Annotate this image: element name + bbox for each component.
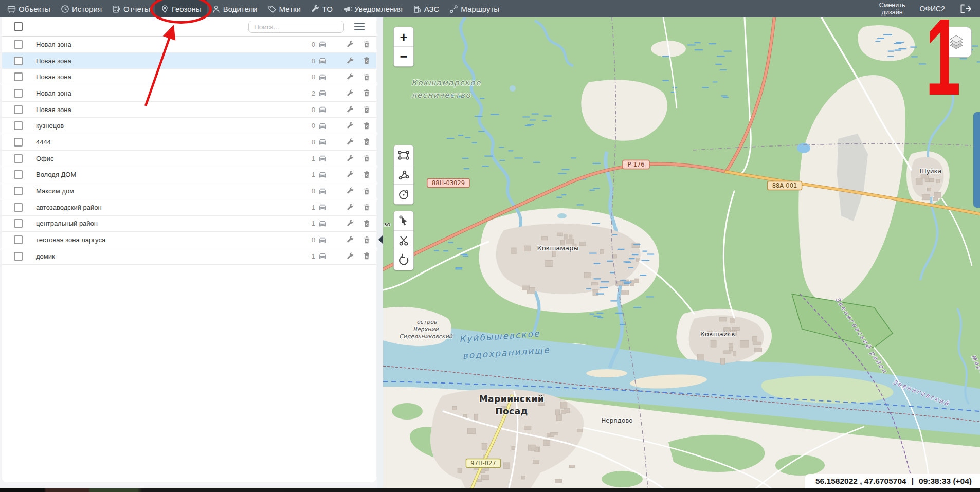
car-icon bbox=[315, 89, 328, 97]
row-checkbox[interactable] bbox=[14, 121, 23, 130]
geozones-list-card: Новая зона0Новая зона0Новая зона0Новая з… bbox=[2, 17, 376, 482]
account-label[interactable]: ОФИС2 bbox=[920, 5, 946, 13]
nav-item-6[interactable]: Метки bbox=[263, 0, 306, 17]
vehicle-count: 0 bbox=[308, 187, 315, 195]
geozone-row[interactable]: Володя ДОМ1 bbox=[2, 167, 376, 184]
bottom-edge-strip bbox=[0, 488, 980, 492]
row-checkbox[interactable] bbox=[14, 138, 23, 147]
sidebar-collapse-arrow[interactable] bbox=[378, 235, 383, 244]
trash-icon[interactable] bbox=[354, 138, 370, 146]
trash-icon[interactable] bbox=[354, 187, 370, 195]
cut-geometry-icon[interactable] bbox=[394, 231, 413, 250]
logout-icon[interactable] bbox=[959, 4, 972, 14]
menu-icon[interactable] bbox=[354, 22, 365, 31]
geozone-row[interactable]: Новая зона0 bbox=[2, 53, 376, 69]
geozone-row[interactable]: 44440 bbox=[2, 134, 376, 151]
row-checkbox[interactable] bbox=[14, 72, 23, 81]
trash-icon[interactable] bbox=[354, 105, 370, 114]
rotate-undo-icon[interactable] bbox=[394, 250, 413, 270]
nav-item-8[interactable]: Уведомления bbox=[338, 0, 408, 17]
wrench-icon[interactable] bbox=[328, 252, 354, 260]
geozone-row[interactable]: Новая зона0 bbox=[2, 102, 376, 118]
draw-rectangle-icon[interactable] bbox=[394, 145, 413, 165]
wrench-icon[interactable] bbox=[328, 155, 354, 162]
wrench-icon[interactable] bbox=[328, 187, 354, 195]
trash-icon[interactable] bbox=[354, 220, 370, 228]
nav-item-label: Водители bbox=[223, 5, 258, 13]
nav-item-5[interactable]: Водители bbox=[207, 0, 263, 17]
car-icon bbox=[315, 204, 328, 211]
trash-icon[interactable] bbox=[354, 40, 370, 48]
trash-icon[interactable] bbox=[354, 89, 370, 97]
nav-item-4[interactable]: Геозоны bbox=[155, 0, 207, 17]
layers-icon[interactable] bbox=[941, 27, 972, 58]
geozone-row[interactable]: Новая зона0 bbox=[2, 37, 376, 53]
map-canvas[interactable]: Р-17688Н-0302988А-00197Н-027 Кокшамарско… bbox=[383, 17, 980, 488]
row-checkbox[interactable] bbox=[14, 203, 23, 212]
row-checkbox[interactable] bbox=[14, 252, 23, 261]
trash-icon[interactable] bbox=[354, 203, 370, 211]
map-building bbox=[482, 443, 487, 450]
nav-item-2[interactable]: История bbox=[56, 0, 107, 17]
draw-polygon-icon[interactable] bbox=[394, 165, 413, 185]
zoom-in-button[interactable]: + bbox=[394, 27, 413, 47]
nav-item-1[interactable]: Объекты bbox=[2, 0, 56, 17]
vertical-scrollbar-thumb[interactable] bbox=[973, 112, 980, 208]
wrench-icon[interactable] bbox=[328, 89, 354, 97]
svg-text:88А-001: 88А-001 bbox=[772, 182, 797, 189]
search-input[interactable] bbox=[248, 21, 344, 33]
map-building bbox=[541, 236, 548, 240]
trash-icon[interactable] bbox=[354, 236, 370, 244]
row-checkbox[interactable] bbox=[14, 219, 23, 228]
map-label: Кокшамарское bbox=[411, 78, 481, 87]
wrench-icon[interactable] bbox=[328, 138, 354, 146]
trash-icon[interactable] bbox=[354, 171, 370, 179]
geozone-row[interactable]: центральный район1 bbox=[2, 216, 376, 232]
geozone-row[interactable]: автозаводский район1 bbox=[2, 199, 376, 216]
geozone-row[interactable]: Новая зона2 bbox=[2, 85, 376, 102]
change-design-button[interactable]: Сменить дизайн bbox=[879, 2, 905, 16]
row-checkbox[interactable] bbox=[14, 40, 23, 49]
trash-icon[interactable] bbox=[354, 122, 370, 130]
row-checkbox[interactable] bbox=[14, 154, 23, 163]
car-icon bbox=[315, 171, 328, 178]
row-checkbox[interactable] bbox=[14, 89, 23, 98]
wrench-icon[interactable] bbox=[328, 171, 354, 178]
trash-icon[interactable] bbox=[354, 73, 370, 81]
geozone-row[interactable]: Новая зона0 bbox=[2, 69, 376, 85]
wrench-icon[interactable] bbox=[328, 236, 354, 244]
wrench-icon[interactable] bbox=[328, 57, 354, 65]
row-checkbox[interactable] bbox=[14, 57, 23, 65]
row-checkbox[interactable] bbox=[14, 105, 23, 114]
wrench-icon[interactable] bbox=[328, 41, 354, 48]
row-checkbox[interactable] bbox=[14, 187, 23, 195]
geozone-row[interactable]: домик1 bbox=[2, 248, 376, 265]
row-checkbox[interactable] bbox=[14, 170, 23, 179]
select-all-checkbox[interactable] bbox=[14, 22, 23, 31]
trash-icon[interactable] bbox=[354, 154, 370, 162]
edit-geometry-icon[interactable] bbox=[394, 211, 413, 231]
nav-item-7[interactable]: ТО bbox=[306, 0, 338, 17]
nav-item-3[interactable]: Отчеты bbox=[107, 0, 155, 17]
map-building bbox=[922, 195, 930, 200]
geozone-row[interactable]: Максим дом0 bbox=[2, 183, 376, 199]
nav-item-10[interactable]: Маршруты bbox=[444, 0, 504, 17]
row-checkbox[interactable] bbox=[14, 235, 23, 244]
clock: 09:38:33 (+04) bbox=[919, 477, 972, 486]
map-building bbox=[533, 460, 539, 464]
wrench-icon[interactable] bbox=[328, 204, 354, 211]
geozone-row[interactable]: Офис1 bbox=[2, 151, 376, 167]
geozone-row[interactable]: тестовая зона ларгуса0 bbox=[2, 232, 376, 248]
nav-item-9[interactable]: АЗС bbox=[408, 0, 445, 17]
wrench-icon[interactable] bbox=[328, 73, 354, 81]
map-building bbox=[512, 446, 516, 449]
trash-icon[interactable] bbox=[354, 57, 370, 65]
zoom-out-button[interactable]: − bbox=[394, 47, 413, 66]
wrench-icon[interactable] bbox=[328, 106, 354, 114]
geozone-row[interactable]: кузнецов0 bbox=[2, 118, 376, 134]
draw-circle-icon[interactable] bbox=[394, 185, 413, 204]
wrench-icon[interactable] bbox=[328, 220, 354, 227]
trash-icon[interactable] bbox=[354, 252, 370, 260]
map[interactable]: Р-17688Н-0302988А-00197Н-027 Кокшамарско… bbox=[383, 17, 980, 488]
wrench-icon[interactable] bbox=[328, 122, 354, 130]
